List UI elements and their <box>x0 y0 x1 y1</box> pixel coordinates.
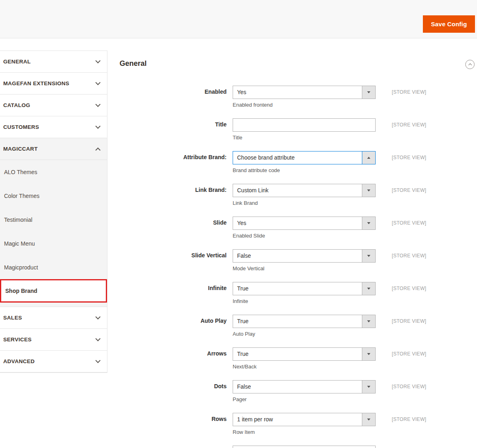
field-input[interactable] <box>233 118 376 132</box>
sidebar-section-header[interactable]: GENERAL <box>0 51 107 73</box>
sidebar-sub-item[interactable]: Magicproduct <box>0 255 107 279</box>
field-input[interactable] <box>233 446 376 448</box>
field-label: Title <box>120 118 233 128</box>
sidebar-section-header[interactable]: SERVICES <box>0 329 107 351</box>
sidebar-sub-item-label: ALO Themes <box>4 169 37 175</box>
select-arrow-button[interactable] <box>362 381 375 393</box>
form-row: Auto Play True Auto Play [STORE VIEW] <box>120 315 477 338</box>
scope-label: [STORE VIEW] <box>392 249 426 259</box>
field-select[interactable]: Custom Link <box>233 184 376 197</box>
sidebar-sub-item[interactable]: Color Themes <box>0 184 107 208</box>
sidebar-section-label: MAGEFAN EXTENSIONS <box>3 80 69 86</box>
sidebar-section: GENERAL <box>0 51 107 73</box>
select-value: False <box>233 250 362 262</box>
field-hint: Auto Play <box>233 331 376 337</box>
sidebar-section-header[interactable]: SALES <box>0 307 107 329</box>
field-select[interactable]: True <box>233 347 376 361</box>
scope-label: [STORE VIEW] <box>392 315 426 324</box>
sidebar-section-header[interactable]: ADVANCED <box>0 351 107 372</box>
select-arrow-button[interactable] <box>362 86 375 99</box>
select-value: True <box>233 348 362 360</box>
field-select[interactable]: Yes <box>233 217 376 230</box>
sidebar-sub-item-label: Magic Menu <box>4 240 35 247</box>
form-row: Arrows True Next/Back [STORE VIEW] <box>120 347 477 370</box>
select-arrow-button[interactable] <box>362 151 375 164</box>
form-row: Rows 1 item per row Row Item [STORE VIEW… <box>120 413 477 436</box>
sidebar-sub-item-label: Shop Brand <box>5 288 37 294</box>
form-row: Slide Yes Enabled Slide [STORE VIEW] <box>120 217 477 240</box>
select-arrow-button[interactable] <box>362 413 375 426</box>
triangle-down-icon <box>367 288 370 290</box>
sidebar-section-header[interactable]: MAGEFAN EXTENSIONS <box>0 73 107 95</box>
triangle-down-icon <box>367 222 370 224</box>
sidebar-sub-item[interactable]: ALO Themes <box>0 160 107 184</box>
triangle-down-icon <box>367 353 370 355</box>
sidebar-section: SERVICES <box>0 329 107 351</box>
sidebar-section-label: SALES <box>3 315 22 321</box>
select-arrow-button[interactable] <box>362 282 375 295</box>
field-select[interactable]: False <box>233 249 376 263</box>
scope-label: [STORE VIEW] <box>392 184 426 193</box>
field-hint: Link Brand <box>233 200 376 206</box>
select-value: False <box>233 381 362 393</box>
panel-header: General <box>120 50 477 79</box>
sidebar-section: CATALOG <box>0 95 107 116</box>
sidebar-section-header[interactable]: MAGICCART <box>0 138 107 160</box>
sidebar-sub-item[interactable]: Testimonial <box>0 208 107 231</box>
field-select[interactable]: Choose brand attribute <box>233 151 376 164</box>
field-label: Slide Vertical <box>120 249 233 259</box>
field-hint: Title <box>233 135 376 141</box>
select-arrow-button[interactable] <box>362 217 375 229</box>
field-select[interactable]: True <box>233 315 376 328</box>
field-hint: Brand attribute code <box>233 167 376 173</box>
field-label: Enabled <box>120 86 233 95</box>
save-config-button[interactable]: Save Config <box>423 15 475 33</box>
sidebar-section-header[interactable]: CATALOG <box>0 95 107 116</box>
sidebar-sub-item-label: Magicproduct <box>4 264 38 271</box>
field-select[interactable]: True <box>233 282 376 295</box>
sidebar-section-label: CATALOG <box>3 102 30 108</box>
sidebar-section-label: SERVICES <box>3 337 32 343</box>
select-arrow-button[interactable] <box>362 184 375 197</box>
collapse-section-button[interactable] <box>465 60 475 69</box>
field-select[interactable]: Yes <box>233 86 376 99</box>
form-row: Title Title [STORE VIEW] <box>120 118 477 141</box>
select-value: True <box>233 282 362 295</box>
field-label: Link Brand: <box>120 184 233 193</box>
chevron-down-icon <box>95 58 101 63</box>
chevron-down-icon <box>95 102 101 107</box>
scope-label: [STORE VIEW] <box>392 380 426 389</box>
select-arrow-button[interactable] <box>362 315 375 328</box>
form-row: Link Brand: Custom Link Link Brand [STOR… <box>120 184 477 207</box>
form-row: Attribute Brand: Choose brand attribute … <box>120 151 477 174</box>
field-control: True Infinite <box>233 282 376 304</box>
field-select[interactable]: 1 item per row <box>233 413 376 426</box>
sidebar-section-header[interactable]: CUSTOMERS <box>0 116 107 138</box>
select-value: Yes <box>233 86 362 99</box>
sidebar-section-label: GENERAL <box>3 59 31 65</box>
select-arrow-button[interactable] <box>362 348 375 360</box>
field-hint: Enabled frontend <box>233 102 376 108</box>
form-row <box>120 446 477 448</box>
field-control <box>233 446 376 448</box>
field-label: Infinite <box>120 282 233 291</box>
field-hint: Row Item <box>233 429 376 435</box>
chevron-down-icon <box>95 314 101 320</box>
sidebar-section: CUSTOMERS <box>0 116 107 138</box>
sidebar-sub-item[interactable]: Shop Brand <box>0 279 107 303</box>
select-value: Choose brand attribute <box>233 151 362 164</box>
triangle-down-icon <box>367 320 370 322</box>
select-value: True <box>233 315 362 328</box>
triangle-up-icon <box>367 157 370 159</box>
select-value: Custom Link <box>233 184 362 197</box>
field-hint: Infinite <box>233 298 376 304</box>
triangle-down-icon <box>367 386 370 388</box>
field-select[interactable]: False <box>233 380 376 393</box>
sidebar-sub-item-label: Color Themes <box>4 193 40 199</box>
sidebar-sub-item[interactable]: Magic Menu <box>0 231 107 255</box>
select-arrow-button[interactable] <box>362 250 375 262</box>
chevron-down-icon <box>95 124 101 129</box>
sidebar-section-label: CUSTOMERS <box>3 124 39 130</box>
sidebar-sub-list: ALO Themes Color Themes Testimonial Magi… <box>0 160 107 307</box>
field-label: Attribute Brand: <box>120 151 233 160</box>
